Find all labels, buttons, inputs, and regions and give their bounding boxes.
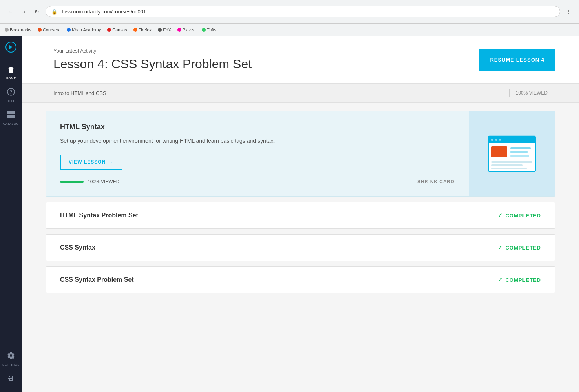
help-icon: ?	[7, 88, 15, 98]
url-text: classroom.udacity.com/courses/ud001	[60, 9, 146, 15]
progress-label: 100% VIEWED	[88, 179, 119, 184]
sidebar-bottom: SETTINGS	[2, 348, 20, 388]
sidebar-item-catalog-label: CATALOG	[3, 122, 19, 126]
svg-rect-12	[491, 146, 507, 157]
back-button[interactable]: ←	[5, 6, 16, 17]
bookmark-firefox[interactable]: Firefox	[133, 27, 152, 32]
sidebar-item-home-label: HOME	[6, 77, 16, 80]
svg-rect-14	[510, 151, 528, 153]
completed-label-2: COMPLETED	[505, 245, 541, 251]
check-icon-3: ✓	[498, 277, 503, 283]
lesson-card-css-syntax-ps[interactable]: CSS Syntax Problem Set ✓ COMPLETED	[46, 266, 555, 293]
sidebar: HOME ? HELP CATALOG	[0, 36, 22, 392]
svg-rect-13	[510, 147, 531, 149]
home-icon	[7, 66, 15, 75]
extensions-button[interactable]: ⋮	[563, 6, 574, 17]
svg-point-11	[499, 139, 501, 141]
check-icon-2: ✓	[498, 244, 503, 251]
hero-section: Your Latest Activity Lesson 4: CSS Synta…	[22, 36, 579, 84]
sidebar-item-logout[interactable]	[2, 370, 20, 388]
nav-buttons: ← → ↻	[5, 6, 42, 17]
lesson-card-title-3: CSS Syntax	[60, 244, 95, 251]
lesson-card-content: HTML Syntax Set up your development envi…	[46, 111, 469, 196]
bookmark-coursera[interactable]: Coursera	[38, 27, 60, 32]
viewed-percentage: 100% VIEWED	[516, 90, 548, 96]
progress-bar-fill	[60, 181, 84, 183]
resume-lesson-button[interactable]: RESUME LESSON 4	[479, 49, 555, 71]
view-lesson-button[interactable]: VIEW LESSON →	[60, 155, 122, 170]
lock-icon: 🔒	[51, 9, 57, 15]
svg-point-9	[491, 139, 493, 141]
app-layout: HOME ? HELP CATALOG	[0, 36, 579, 392]
lesson-card-title-4: CSS Syntax Problem Set	[60, 276, 134, 283]
lessons-list: HTML Syntax Set up your development envi…	[22, 103, 579, 301]
settings-icon	[7, 352, 15, 361]
progress-bar-container	[60, 181, 84, 183]
sidebar-item-help[interactable]: ? HELP	[0, 84, 22, 107]
course-bar: Intro to HTML and CSS 100% VIEWED	[22, 84, 579, 103]
progress-group: 100% VIEWED	[60, 179, 119, 184]
svg-rect-16	[491, 161, 532, 163]
completed-badge-2: ✓ COMPLETED	[498, 244, 541, 251]
bookmark-canvas[interactable]: Canvas	[107, 27, 127, 32]
course-bar-right: 100% VIEWED	[503, 89, 548, 97]
shrink-card-button[interactable]: SHRINK CARD	[417, 179, 455, 184]
address-bar[interactable]: 🔒 classroom.udacity.com/courses/ud001	[46, 6, 560, 17]
bookmark-khan[interactable]: Khan Academy	[67, 27, 101, 32]
svg-text:?: ?	[9, 89, 12, 95]
lesson-card-title-2: HTML Syntax Problem Set	[60, 212, 138, 219]
sidebar-item-settings-label: SETTINGS	[2, 363, 20, 366]
bookmark-piazza[interactable]: Piazza	[177, 27, 195, 32]
check-icon-1: ✓	[498, 212, 503, 219]
lesson-card-html-syntax-ps[interactable]: HTML Syntax Problem Set ✓ COMPLETED	[46, 202, 555, 229]
svg-rect-3	[11, 111, 15, 114]
forward-button[interactable]: →	[18, 6, 29, 17]
sidebar-item-home[interactable]: HOME	[0, 62, 22, 84]
bookmark-edx[interactable]: EdX	[158, 27, 171, 32]
completed-label-1: COMPLETED	[505, 213, 541, 219]
sidebar-item-help-label: HELP	[7, 99, 16, 103]
completed-label-3: COMPLETED	[505, 277, 541, 283]
hero-text: Your Latest Activity Lesson 4: CSS Synta…	[53, 48, 252, 71]
bookmarks-bar: Bookmarks Coursera Khan Academy Canvas F…	[0, 24, 579, 36]
lesson-card-css-syntax[interactable]: CSS Syntax ✓ COMPLETED	[46, 234, 555, 261]
lesson-card-illustration	[469, 111, 555, 196]
lesson-card-html-syntax: HTML Syntax Set up your development envi…	[46, 111, 555, 197]
sidebar-item-settings[interactable]: SETTINGS	[2, 348, 20, 370]
bookmark-tufts[interactable]: Tufts	[202, 27, 216, 32]
lesson-card-footer: 100% VIEWED SHRINK CARD	[60, 179, 455, 184]
course-name: Intro to HTML and CSS	[53, 90, 106, 96]
bookmark-bookmarks[interactable]: Bookmarks	[5, 27, 31, 32]
svg-rect-2	[7, 111, 11, 114]
svg-rect-8	[488, 141, 535, 143]
svg-rect-4	[7, 115, 11, 118]
divider	[509, 89, 510, 97]
sidebar-item-catalog[interactable]: CATALOG	[0, 107, 22, 129]
lesson-title: Lesson 4: CSS Syntax Problem Set	[53, 57, 252, 71]
svg-rect-18	[491, 168, 527, 169]
reload-button[interactable]: ↻	[31, 6, 42, 17]
content-area: Your Latest Activity Lesson 4: CSS Synta…	[22, 36, 579, 392]
svg-rect-17	[491, 164, 523, 166]
svg-point-10	[495, 139, 497, 141]
completed-badge-1: ✓ COMPLETED	[498, 212, 541, 219]
udacity-logo[interactable]	[4, 40, 18, 54]
catalog-icon	[7, 111, 15, 120]
activity-label: Your Latest Activity	[53, 48, 252, 54]
arrow-right-icon: →	[109, 159, 114, 165]
svg-rect-15	[510, 155, 529, 157]
lesson-card-description: Set up your development environment for …	[60, 137, 280, 145]
lesson-card-title: HTML Syntax	[60, 123, 455, 131]
completed-badge-3: ✓ COMPLETED	[498, 277, 541, 283]
browser-chrome: ← → ↻ 🔒 classroom.udacity.com/courses/ud…	[0, 0, 579, 24]
logout-icon	[7, 374, 15, 384]
svg-rect-5	[11, 115, 15, 118]
